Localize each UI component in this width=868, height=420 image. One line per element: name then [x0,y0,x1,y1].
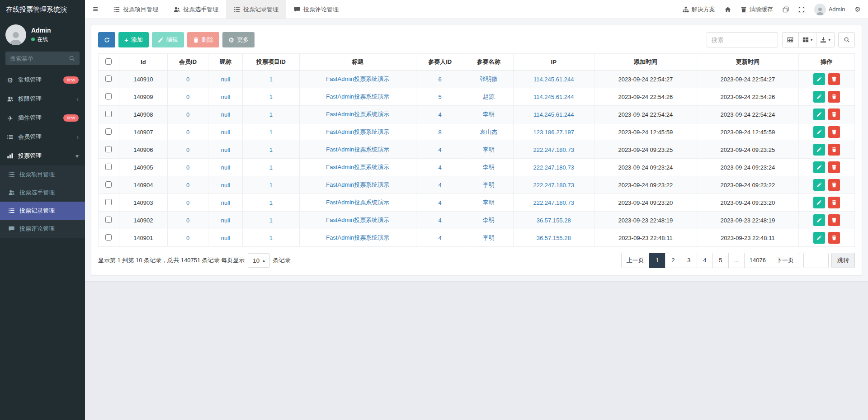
player-id-link[interactable]: 4 [439,235,442,241]
row-delete-button[interactable] [828,197,840,208]
sidebar-item-auth[interactable]: 权限管理 ‹ [0,90,85,109]
member-id-link[interactable]: 0 [186,111,189,118]
player-name-link[interactable]: 袁山杰 [480,128,497,135]
column-header-player-id[interactable]: 参赛人ID [416,54,464,71]
title-link[interactable]: FastAdmin投票系统演示 [326,234,389,241]
row-edit-button[interactable] [813,73,825,85]
row-edit-button[interactable] [813,91,825,103]
add-button[interactable]: + 添加 [118,32,149,47]
page-next-button[interactable]: 下一页 [771,253,799,268]
member-id-link[interactable]: 0 [186,164,189,171]
nickname-link[interactable]: null [221,235,230,241]
sidebar-subitem-vote-records[interactable]: 投票记录管理 [0,202,85,220]
row-edit-button[interactable] [813,126,825,138]
column-header-project-id[interactable]: 投票项目ID [243,54,299,71]
row-edit-button[interactable] [813,232,825,244]
row-edit-button[interactable] [813,109,825,120]
toggle-view-button[interactable] [782,32,799,47]
row-edit-button[interactable] [813,144,825,156]
player-name-link[interactable]: 李明 [483,146,495,153]
nickname-link[interactable]: null [221,76,230,83]
title-link[interactable]: FastAdmin投票系统演示 [326,128,389,135]
row-checkbox[interactable] [105,217,112,223]
member-id-link[interactable]: 0 [186,76,189,83]
page-button-3[interactable]: 3 [681,253,697,268]
sidebar-item-member[interactable]: 会员管理 ‹ [0,127,85,146]
project-id-link[interactable]: 1 [269,217,273,224]
row-checkbox[interactable] [105,76,112,82]
column-header-updated[interactable]: 更新时间 [697,54,798,71]
ip-link[interactable]: 222.247.180.73 [533,164,574,171]
advanced-search-button[interactable] [838,32,855,47]
title-link[interactable]: FastAdmin投票系统演示 [326,111,389,118]
sidebar-subitem-vote-comments[interactable]: 投票评论管理 [0,220,85,238]
row-checkbox[interactable] [105,199,112,205]
player-id-link[interactable]: 4 [439,146,442,153]
delete-button[interactable]: 删除 [187,32,219,47]
sidebar-item-vote[interactable]: 投票管理 ▾ [0,146,85,165]
row-checkbox[interactable] [105,111,112,117]
table-search-input[interactable] [707,32,778,47]
page-size-select[interactable]: 10 ▴ [248,253,269,268]
sidebar-item-general[interactable]: ⚙ 常规管理 new [0,71,85,90]
jump-page-input[interactable] [803,253,829,268]
row-edit-button[interactable] [813,197,825,208]
title-link[interactable]: FastAdmin投票系统演示 [326,164,389,170]
member-id-link[interactable]: 0 [186,217,189,224]
page-prev-button[interactable]: 上一页 [621,253,650,268]
sidebar-subitem-vote-projects[interactable]: 投票项目管理 [0,165,85,184]
player-id-link[interactable]: 6 [439,76,442,83]
project-id-link[interactable]: 1 [269,182,273,189]
player-id-link[interactable]: 4 [439,164,442,171]
nickname-link[interactable]: null [221,129,230,136]
player-id-link[interactable]: 5 [439,94,442,100]
player-name-link[interactable]: 张明微 [480,76,497,82]
player-id-link[interactable]: 4 [439,182,442,189]
edit-button[interactable]: 编辑 [152,32,184,47]
column-header-member-id[interactable]: 会员ID [167,54,208,71]
home-link[interactable] [725,6,731,13]
fullscreen-button[interactable] [798,6,805,13]
row-delete-button[interactable] [828,91,840,103]
player-name-link[interactable]: 李明 [483,111,495,118]
title-link[interactable]: FastAdmin投票系统演示 [326,199,389,206]
refresh-button[interactable] [98,32,115,47]
page-button-5[interactable]: 5 [712,253,729,268]
member-id-link[interactable]: 0 [186,129,189,136]
page-button-4[interactable]: 4 [697,253,713,268]
nickname-link[interactable]: null [221,111,230,118]
member-id-link[interactable]: 0 [186,146,189,153]
row-edit-button[interactable] [813,161,825,173]
column-header-id[interactable]: Id [119,54,167,71]
nickname-link[interactable]: null [221,94,230,100]
member-id-link[interactable]: 0 [186,182,189,189]
nickname-link[interactable]: null [221,146,230,153]
ip-link[interactable]: 36.57.155.28 [537,235,571,241]
ip-link[interactable]: 114.245.61.244 [533,94,574,100]
project-id-link[interactable]: 1 [269,146,273,153]
select-all-checkbox[interactable] [105,58,112,65]
player-name-link[interactable]: 赵源 [483,93,495,100]
row-delete-button[interactable] [828,161,840,173]
page-button-2[interactable]: 2 [665,253,681,268]
settings-button[interactable]: ⚙ [855,6,861,13]
player-name-link[interactable]: 李明 [483,199,495,206]
project-id-link[interactable]: 1 [269,164,273,171]
row-delete-button[interactable] [828,179,840,191]
player-name-link[interactable]: 李明 [483,217,495,223]
title-link[interactable]: FastAdmin投票系统演示 [326,146,389,153]
tab-vote-players[interactable]: 投票选手管理 [166,0,226,19]
column-header-title[interactable]: 标题 [299,54,416,71]
project-id-link[interactable]: 1 [269,76,273,83]
member-id-link[interactable]: 0 [186,235,189,241]
row-checkbox[interactable] [105,146,112,152]
nickname-link[interactable]: null [221,199,230,206]
nickname-link[interactable]: null [221,164,230,171]
ip-link[interactable]: 222.247.180.73 [533,182,574,189]
sidebar-subitem-vote-players[interactable]: 投票选手管理 [0,184,85,202]
project-id-link[interactable]: 1 [269,94,273,100]
more-button[interactable]: ⚙ 更多 [222,32,255,47]
columns-button[interactable]: ▾ [798,32,817,47]
player-id-link[interactable]: 8 [439,129,442,136]
ip-link[interactable]: 36.57.155.28 [537,217,571,224]
